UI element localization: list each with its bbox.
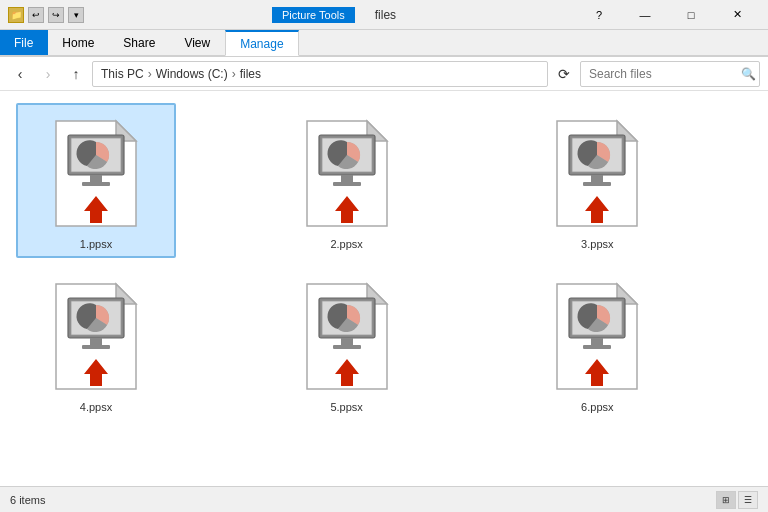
close-button[interactable]: ✕	[714, 0, 760, 30]
svg-rect-29	[90, 338, 102, 346]
files-title: files	[375, 8, 396, 22]
minimize-button[interactable]: —	[622, 0, 668, 30]
ribbon-tabs: File Home Share View Manage	[0, 30, 768, 56]
maximize-button[interactable]: □	[668, 0, 714, 30]
svg-rect-46	[583, 345, 611, 349]
title-bar-title: Picture Tools files	[92, 7, 576, 23]
view-buttons: ⊞ ☰	[716, 491, 758, 509]
file-name: 5.ppsx	[330, 401, 362, 413]
refresh-button[interactable]: ⟳	[552, 62, 576, 86]
breadcrumb-sep1: ›	[148, 67, 152, 81]
file-icon	[297, 274, 397, 397]
file-grid: 1.ppsx 2.ppsx	[16, 103, 752, 421]
redo-icon[interactable]: ↪	[48, 7, 64, 23]
item-count: 6 items	[10, 494, 45, 506]
tab-file[interactable]: File	[0, 30, 48, 55]
back-button[interactable]: ‹	[8, 62, 32, 86]
list-view-button[interactable]: ☰	[738, 491, 758, 509]
file-item[interactable]: 3.ppsx	[517, 103, 677, 258]
file-icon	[297, 111, 397, 234]
address-bar: ‹ › ↑ This PC › Windows (C:) › files ⟳ 🔍	[0, 57, 768, 91]
ribbon: File Home Share View Manage	[0, 30, 768, 57]
picture-tools-label: Picture Tools	[272, 7, 355, 23]
undo-icon[interactable]: ↩	[28, 7, 44, 23]
tab-manage[interactable]: Manage	[225, 30, 298, 56]
tab-share[interactable]: Share	[109, 30, 170, 55]
file-name: 1.ppsx	[80, 238, 112, 250]
title-bar-icons: 📁 ↩ ↪ ▾	[8, 7, 84, 23]
quick-access-icon[interactable]: 📁	[8, 7, 24, 23]
svg-rect-45	[591, 338, 603, 346]
large-icons-view-button[interactable]: ⊞	[716, 491, 736, 509]
svg-rect-5	[90, 175, 102, 183]
svg-rect-30	[82, 345, 110, 349]
file-name: 2.ppsx	[330, 238, 362, 250]
file-name: 3.ppsx	[581, 238, 613, 250]
svg-rect-22	[583, 182, 611, 186]
svg-rect-21	[591, 175, 603, 183]
breadcrumb-sep2: ›	[232, 67, 236, 81]
title-bar: 📁 ↩ ↪ ▾ Picture Tools files ? — □ ✕	[0, 0, 768, 30]
svg-rect-37	[341, 338, 353, 346]
tab-view[interactable]: View	[170, 30, 225, 55]
file-name: 6.ppsx	[581, 401, 613, 413]
breadcrumb[interactable]: This PC › Windows (C:) › files	[92, 61, 548, 87]
window-controls: ? — □ ✕	[576, 0, 760, 30]
file-icon	[46, 274, 146, 397]
breadcrumb-folder[interactable]: files	[240, 67, 261, 81]
search-icon[interactable]: 🔍	[741, 67, 756, 81]
up-button[interactable]: ↑	[64, 62, 88, 86]
file-item[interactable]: 6.ppsx	[517, 266, 677, 421]
help-button[interactable]: ?	[576, 0, 622, 30]
tab-home[interactable]: Home	[48, 30, 109, 55]
search-input[interactable]	[580, 61, 760, 87]
breadcrumb-computer[interactable]: This PC	[101, 67, 144, 81]
search-wrap: 🔍	[580, 61, 760, 87]
file-item[interactable]: 4.ppsx	[16, 266, 176, 421]
svg-rect-13	[341, 175, 353, 183]
file-icon	[547, 111, 647, 234]
file-name: 4.ppsx	[80, 401, 112, 413]
status-bar: 6 items ⊞ ☰	[0, 486, 768, 512]
svg-rect-6	[82, 182, 110, 186]
file-icon	[46, 111, 146, 234]
file-icon	[547, 274, 647, 397]
file-area: 1.ppsx 2.ppsx	[0, 91, 768, 486]
dropdown-icon[interactable]: ▾	[68, 7, 84, 23]
file-item[interactable]: 5.ppsx	[267, 266, 427, 421]
file-item[interactable]: 2.ppsx	[267, 103, 427, 258]
svg-rect-38	[333, 345, 361, 349]
svg-rect-14	[333, 182, 361, 186]
breadcrumb-drive[interactable]: Windows (C:)	[156, 67, 228, 81]
file-item[interactable]: 1.ppsx	[16, 103, 176, 258]
forward-button[interactable]: ›	[36, 62, 60, 86]
